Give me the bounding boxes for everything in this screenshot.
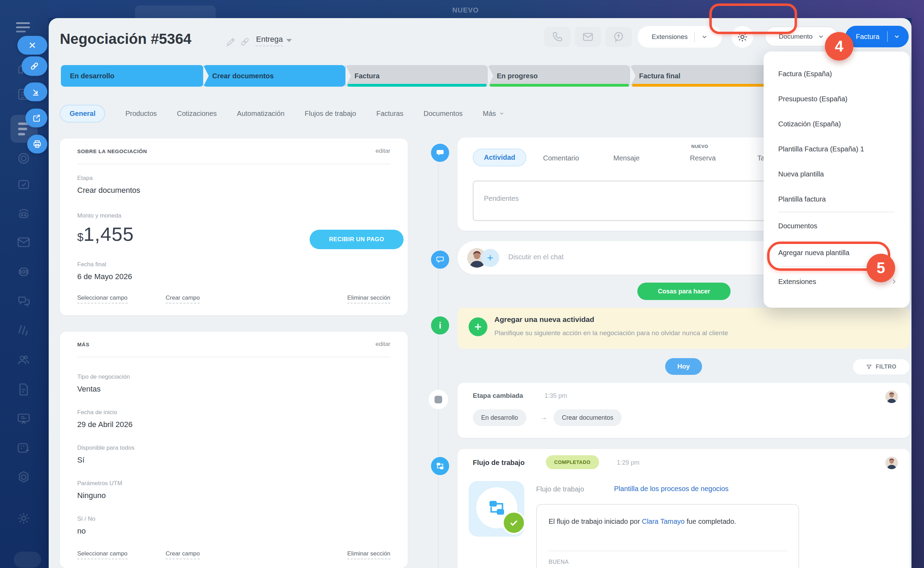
right-background-strip: [912, 0, 924, 568]
stage-marker-icon: [434, 396, 442, 403]
feed-tab-comentario[interactable]: Comentario: [543, 154, 579, 162]
chat-sync-button[interactable]: [605, 27, 632, 47]
stage-label: Factura final: [639, 72, 680, 80]
stage-en-desarrollo[interactable]: En desarrollo: [61, 65, 203, 87]
avatar-image: [885, 391, 898, 403]
message-text: El flujo de trabajo iniciado por: [549, 518, 642, 525]
message-footer: BUENA: [549, 559, 569, 565]
feed-tab-mensaje[interactable]: Mensaje: [613, 154, 640, 162]
copy-link-icon[interactable]: [239, 36, 250, 47]
factura-button[interactable]: Factura: [846, 26, 909, 47]
delete-section-link[interactable]: Eliminar sección: [347, 295, 390, 304]
calendar-icon[interactable]: [17, 441, 31, 455]
currency-symbol: $: [77, 231, 83, 244]
page-title: Negociación #5364: [60, 31, 191, 47]
today-pill[interactable]: Hoy: [665, 358, 702, 375]
button-divider: [694, 32, 695, 42]
feed-tab-reserva[interactable]: Reserva: [690, 154, 716, 162]
sites-hexagon-icon[interactable]: [17, 470, 31, 485]
robot-icon[interactable]: [17, 206, 31, 221]
select-field-link[interactable]: Seleccionar campo: [77, 550, 128, 559]
menu-icon[interactable]: [16, 22, 30, 33]
print-quick-button[interactable]: [27, 135, 47, 154]
todo-pill[interactable]: Cosas para hacer: [637, 282, 731, 300]
chat-timeline-icon: [429, 249, 451, 270]
menu-item-plantilla-factura[interactable]: Plantilla factura: [764, 187, 910, 211]
pipeline-selector[interactable]: Entrega: [256, 35, 292, 46]
feed-tab-actividad[interactable]: Actividad: [473, 149, 526, 166]
crm-waves-icon[interactable]: [17, 323, 31, 338]
new-activity-banner[interactable]: Agregar una nueva actividad Planifique s…: [457, 308, 910, 349]
nuevo-badge: NUEVO: [691, 144, 708, 149]
tab-cotizaciones[interactable]: Cotizaciones: [177, 110, 217, 118]
banner-subtitle: Planifique su siguiente acción en la neg…: [494, 329, 728, 337]
tab-flujos[interactable]: Flujos de trabajo: [305, 110, 356, 118]
menu-item-documentos[interactable]: Documentos: [764, 212, 910, 239]
close-icon: [27, 40, 37, 50]
entry-title: Etapa cambiada: [473, 392, 523, 400]
message-user-link[interactable]: Clara Tamayo: [642, 518, 685, 525]
chevron-down-icon: [817, 33, 825, 40]
stage-underline: [490, 84, 629, 87]
mail-icon[interactable]: [17, 235, 31, 249]
stage-en-progreso[interactable]: En progreso: [488, 65, 630, 87]
add-activity-button[interactable]: [469, 317, 487, 336]
open-new-window-quick-button[interactable]: [26, 109, 47, 127]
document-icon[interactable]: [17, 382, 31, 397]
tab-general[interactable]: General: [60, 105, 105, 122]
edit-link[interactable]: editar: [375, 341, 390, 348]
tab-productos[interactable]: Productos: [125, 110, 157, 118]
create-field-link[interactable]: Crear campo: [166, 550, 200, 559]
menu-item-presupuesto-espana[interactable]: Presupuesto (España): [764, 86, 910, 111]
extensions-button[interactable]: Extensiones: [638, 26, 722, 48]
tab-mas[interactable]: Más: [483, 110, 505, 118]
add-chat-participant-button[interactable]: [481, 249, 499, 267]
arrow-down-right-icon: [31, 87, 40, 97]
receive-payment-button[interactable]: RECIBIR UN PAGO: [310, 230, 404, 249]
phone-button[interactable]: [544, 27, 571, 47]
stage-factura-final[interactable]: Factura final: [630, 65, 775, 87]
target-icon[interactable]: [17, 151, 31, 166]
field-value: Sí: [77, 456, 84, 465]
whiteboard-icon[interactable]: [17, 412, 31, 426]
tab-automatizacion[interactable]: Automatización: [237, 110, 285, 118]
field-label: Parámetros UTM: [77, 480, 122, 487]
checkbox-icon[interactable]: [17, 177, 31, 192]
stage-factura[interactable]: Factura: [345, 65, 487, 87]
edit-title-icon[interactable]: [225, 36, 237, 47]
minimize-quick-button[interactable]: [24, 83, 47, 101]
menu-item-cotizacion-espana[interactable]: Cotización (España): [764, 111, 910, 136]
plus-icon: [486, 253, 495, 263]
edit-link[interactable]: editar: [375, 148, 390, 154]
messenger-icon[interactable]: [17, 294, 31, 309]
camera-icon[interactable]: [17, 264, 31, 279]
banner-title: Agregar una nueva actividad: [494, 315, 594, 324]
chat-placeholder: Discutir en el chat: [508, 253, 564, 261]
menu-item-nueva-plantilla[interactable]: Nueva plantilla: [764, 162, 910, 187]
filter-button[interactable]: FILTRO: [853, 359, 909, 375]
chevron-right-icon: [890, 278, 898, 286]
field-value: no: [77, 527, 86, 536]
plus-icon: [473, 322, 483, 332]
menu-item-factura-espana[interactable]: Factura (España): [764, 61, 910, 86]
close-slider-button[interactable]: [17, 36, 47, 54]
create-field-link[interactable]: Crear campo: [166, 295, 200, 304]
settings-icon[interactable]: [17, 511, 31, 526]
workflow-label: Flujo de trabajo: [536, 485, 584, 493]
composer-timeline-chat-icon: [429, 142, 451, 163]
people-icon[interactable]: [17, 353, 31, 367]
workflow-template-link[interactable]: Plantilla de los procesos de negocios: [614, 485, 728, 493]
stage-crear-documentos[interactable]: Crear documentos: [203, 65, 345, 87]
copy-link-quick-button[interactable]: [21, 56, 47, 76]
help-pill[interactable]: [14, 551, 41, 568]
menu-item-plantilla-factura-espana[interactable]: Plantilla Factura (España) 1: [764, 136, 910, 162]
chevron-down-icon: [499, 111, 505, 116]
tab-facturas[interactable]: Facturas: [377, 110, 404, 118]
delete-section-link[interactable]: Eliminar sección: [347, 550, 390, 559]
completed-check-icon: [502, 511, 526, 535]
tab-documentos[interactable]: Documentos: [424, 110, 463, 118]
select-field-link[interactable]: Seleccionar campo: [77, 295, 128, 304]
annotation-step-4: 4: [825, 32, 853, 60]
open-in-new-icon: [32, 113, 41, 123]
email-button[interactable]: [575, 27, 601, 47]
